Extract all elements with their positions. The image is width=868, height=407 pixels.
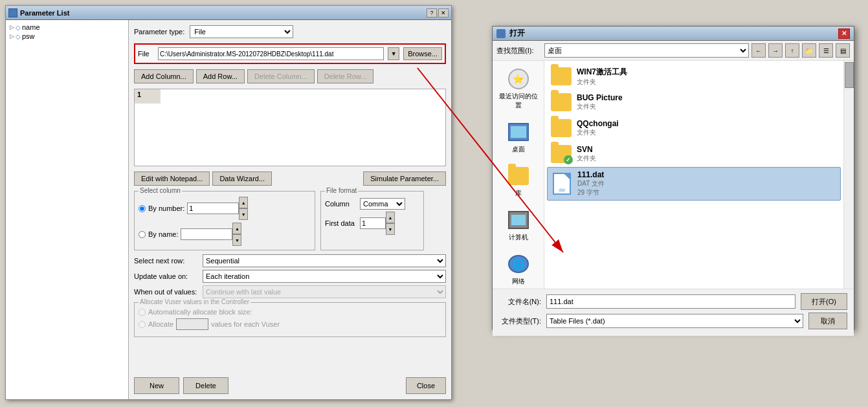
dialog-close-button[interactable]: ✕ [838,28,850,39]
scrollbar[interactable] [843,61,854,289]
first-data-input[interactable] [360,217,386,229]
file-item-qq[interactable]: QQchongai 文件夹 [547,115,841,141]
file-type-bug: 文件夹 [577,102,623,111]
footer-left-buttons: New Delete [134,377,228,394]
nav-network-button[interactable]: 🌐 网络 [504,250,533,289]
filename-input[interactable] [546,294,796,309]
create-folder-button[interactable]: 📁 [802,43,816,58]
tree-arrow-name: ▷ [10,24,14,30]
by-number-spin-down[interactable]: ▼ [239,208,248,220]
update-value-select[interactable]: Each iteration Each occurrence Once [203,270,446,283]
simulate-parameter-button[interactable]: Simulate Parameter... [363,171,446,186]
dialog-sidebar: ⭐ 最近访问的位置 桌面 库 计算机 [493,61,544,289]
delete-row-button[interactable]: Delete Row... [317,69,373,83]
by-number-radio[interactable] [139,205,146,212]
by-number-spin-up[interactable]: ▲ [239,197,248,208]
by-number-label: By number: [148,204,184,212]
values-label: values for each Vuser [211,320,280,328]
column-format-select[interactable]: Comma Tab Space [360,198,405,210]
allocate-input [176,318,208,330]
column-format-label: Column [325,200,357,208]
library-label: 库 [515,189,522,198]
browse-button[interactable]: Browse... [403,47,442,60]
folder-icon-win7 [551,66,572,87]
computer-icon [507,208,530,232]
grid-header-col1: 1 [135,89,161,104]
nav-forward-button[interactable]: → [768,43,783,58]
nav-library-button[interactable]: 库 [504,162,533,201]
bottom-buttons-row: Edit with Notepad... Data Wizard... Simu… [134,171,446,186]
nav-back-button[interactable]: ← [751,43,766,58]
file-type-111dat: DAT 文件 [577,179,605,188]
filetype-select[interactable]: Table Files (*.dat) [546,314,803,328]
dialog-window-icon [496,29,506,38]
by-name-spin-down[interactable]: ▼ [232,234,241,246]
nav-recent-button[interactable]: ⭐ 最近访问的位置 [495,65,541,113]
filetype-label: 文件类型(T): [499,316,541,326]
delete-column-button[interactable]: Delete Column... [247,69,315,83]
nav-up-button[interactable]: ↑ [785,43,799,58]
first-data-spin-down[interactable]: ▼ [386,223,395,235]
network-label: 网络 [512,277,525,286]
param-type-row: Parameter type: File Number String [134,25,446,38]
first-data-label: First data [325,219,357,227]
location-select[interactable]: 桌面 [544,43,749,58]
select-next-row-select[interactable]: Sequential Random Unique [203,254,446,267]
select-next-row-label: Select next row: [134,257,199,265]
file-item-111dat[interactable]: dat 111.dat DAT 文件 29 字节 [547,167,841,201]
file-name-bug: BUG Picture [577,93,623,102]
dialog-toolbar: 查找范围(I): 桌面 ← → ↑ 📁 ☰ ▤ [493,41,854,61]
file-item-win7[interactable]: WIN7激活工具 文件夹 [547,63,841,89]
edit-notepad-button[interactable]: Edit with Notepad... [134,171,210,186]
delete-button[interactable]: Delete [183,377,228,394]
by-name-radio[interactable] [139,231,146,238]
file-item-bug[interactable]: BUG Picture 文件夹 [547,89,841,115]
param-main-content: Parameter type: File Number String File … [129,20,451,399]
param-type-select[interactable]: File Number String [190,25,293,38]
library-icon [507,164,530,188]
by-name-input-group: ▲ ▼ [181,223,241,246]
by-number-input[interactable] [187,203,239,214]
help-button[interactable]: ? [427,8,437,17]
file-format-group: File format Column Comma Tab Space First… [320,191,424,250]
auto-allocate-label: Automatically allocate block size: [148,308,252,316]
file-dropdown-button[interactable]: ▼ [388,47,399,60]
view-details-button[interactable]: ▤ [836,43,850,58]
data-grid: 1 [134,89,446,166]
by-name-spin-up[interactable]: ▲ [232,223,241,234]
view-toggle-button[interactable]: ☰ [819,43,833,58]
folder-icon-qq [551,118,572,138]
data-wizard-button[interactable]: Data Wizard... [212,171,272,186]
file-name-111dat: 111.dat [577,170,605,179]
close-title-button[interactable]: ✕ [438,8,449,17]
tree-item-psw[interactable]: ▷ ◇ psw [8,32,126,41]
close-button[interactable]: Close [406,377,446,394]
cancel-button[interactable]: 取消 [808,313,847,329]
nav-computer-button[interactable]: 计算机 [504,206,533,245]
param-footer: New Delete Close [129,377,451,394]
file-path-input[interactable] [158,47,384,60]
recent-label: 最近访问的位置 [498,92,539,110]
file-name-win7: WIN7激活工具 [577,67,627,78]
new-button[interactable]: New [134,377,179,394]
select-column-title: Select column [139,187,182,194]
add-column-button[interactable]: Add Column... [134,69,194,83]
param-titlebar: Parameter List ? ✕ [6,6,451,20]
tree-item-name[interactable]: ▷ ◇ name [8,23,126,32]
filename-label: 文件名(N): [499,297,541,307]
add-row-button[interactable]: Add Row... [196,69,245,83]
options-row: Select column By number: ▲ ▼ [134,191,446,250]
filename-row: 文件名(N): 打开(O) [499,293,847,310]
dialog-titlebar: 打开 ✕ [493,27,854,41]
file-item-svn[interactable]: ✓ SVN 文件夹 [547,141,841,167]
by-name-row: By name: ▲ ▼ [139,223,311,246]
nav-desktop-button[interactable]: 桌面 [504,118,533,157]
file-list: WIN7激活工具 文件夹 BUG Picture 文件夹 QQchongai [544,61,843,289]
allocate-label: Allocate [148,320,173,328]
tree-label-psw: psw [22,32,35,40]
first-data-spin-up[interactable]: ▲ [386,212,395,223]
by-name-input[interactable] [181,228,232,240]
file-name-svn: SVN [577,145,596,154]
open-button[interactable]: 打开(O) [801,293,847,310]
grid-header-row: 1 [135,89,445,104]
